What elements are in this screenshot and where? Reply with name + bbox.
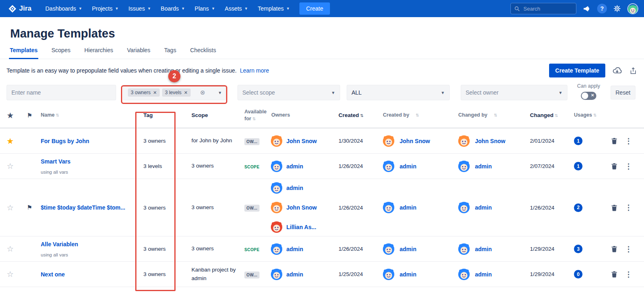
export-icon[interactable] bbox=[629, 66, 637, 75]
column-header-available-for[interactable]: Available for⇅ bbox=[242, 108, 269, 123]
clear-filter-icon[interactable]: ⊗ bbox=[200, 89, 205, 96]
column-header-created-by[interactable]: Created by⇅ bbox=[379, 112, 454, 119]
search-input[interactable] bbox=[523, 5, 571, 12]
status-filter-select[interactable]: ALL ▼ bbox=[347, 85, 450, 100]
more-actions-icon[interactable]: ⋮ bbox=[625, 245, 632, 253]
column-header-owners[interactable]: Owners bbox=[269, 112, 336, 119]
tab-hierarchies[interactable]: Hierarchies bbox=[84, 47, 114, 59]
star-outline-icon[interactable]: ☆ bbox=[0, 161, 20, 171]
learn-more-link[interactable]: Learn more bbox=[240, 67, 269, 74]
tab-tags[interactable]: Tags bbox=[163, 47, 177, 59]
global-search[interactable] bbox=[510, 3, 576, 14]
tag-filter-select[interactable]: 3 owners✕ 3 levels✕ ⊗ ▼ bbox=[123, 85, 226, 100]
changed-by-link[interactable]: John Snow bbox=[475, 138, 506, 144]
changed-date: 1/29/2024 bbox=[528, 246, 572, 252]
more-actions-icon[interactable]: ⋮ bbox=[625, 204, 632, 211]
owner-link[interactable]: John Snow bbox=[286, 138, 317, 144]
changed-by-link[interactable]: admin bbox=[475, 271, 492, 278]
create-button[interactable]: Create bbox=[299, 2, 330, 15]
avatar-icon bbox=[271, 161, 282, 172]
tab-templates[interactable]: Templates bbox=[9, 47, 38, 59]
more-actions-icon[interactable]: ⋮ bbox=[625, 163, 632, 170]
delete-icon[interactable] bbox=[611, 271, 618, 278]
scope-filter-select[interactable]: Select scope ▼ bbox=[237, 85, 340, 100]
trash-icon bbox=[611, 245, 618, 252]
star-outline-icon[interactable]: ☆ bbox=[0, 244, 20, 254]
jira-logo[interactable]: Jira bbox=[8, 4, 31, 13]
gear-icon[interactable] bbox=[613, 4, 621, 13]
changed-by-avatar bbox=[458, 135, 470, 147]
chevron-down-icon: ▼ bbox=[558, 91, 563, 95]
changed-by-cell: admin bbox=[454, 269, 528, 280]
created-by-link[interactable]: admin bbox=[400, 163, 416, 170]
delete-icon[interactable] bbox=[611, 245, 618, 252]
more-actions-icon[interactable]: ⋮ bbox=[625, 271, 632, 278]
nav-item-label: Issues bbox=[128, 5, 145, 12]
template-name-link[interactable]: Alle Variablen bbox=[41, 241, 136, 247]
column-header-changed[interactable]: Changed⇅ bbox=[528, 112, 572, 119]
owner-link[interactable]: John Snow bbox=[286, 204, 317, 211]
available-for-badge: SCOPE bbox=[244, 163, 262, 170]
nav-item-plans[interactable]: Plans▼ bbox=[190, 0, 220, 17]
user-avatar[interactable] bbox=[627, 3, 638, 14]
owner-link[interactable]: admin bbox=[286, 271, 303, 278]
nav-item-assets[interactable]: Assets▼ bbox=[220, 0, 253, 17]
column-header-tag[interactable]: Tag bbox=[136, 112, 187, 119]
owner-filter-select[interactable]: Select owner ▼ bbox=[461, 85, 567, 100]
created-by-link[interactable]: admin bbox=[400, 271, 416, 278]
tab-variables[interactable]: Variables bbox=[126, 47, 151, 59]
usages-badge: 2 bbox=[574, 203, 582, 212]
name-filter-input[interactable] bbox=[7, 85, 116, 100]
star-outline-icon[interactable]: ☆ bbox=[0, 269, 20, 279]
tab-scopes[interactable]: Scopes bbox=[51, 47, 71, 59]
created-by-link[interactable]: admin bbox=[400, 246, 416, 252]
delete-icon[interactable] bbox=[611, 137, 618, 144]
flag-filled-icon[interactable]: ⚑ bbox=[20, 204, 39, 211]
create-template-button[interactable]: Create Template bbox=[549, 64, 605, 77]
template-name-link[interactable]: Next one bbox=[41, 271, 136, 278]
remove-chip-icon[interactable]: ✕ bbox=[153, 90, 157, 95]
chevron-down-icon: ▼ bbox=[79, 7, 82, 11]
help-icon[interactable]: ? bbox=[597, 4, 607, 13]
star-column-header[interactable]: ★ bbox=[0, 111, 20, 120]
column-header-name[interactable]: Name⇅ bbox=[39, 112, 136, 119]
tag-chip[interactable]: 3 levels✕ bbox=[162, 88, 191, 97]
star-filled-icon[interactable]: ★ bbox=[0, 136, 20, 146]
flag-column-header[interactable]: ⚑ bbox=[20, 112, 39, 119]
nav-item-dashboards[interactable]: Dashboards▼ bbox=[40, 0, 87, 17]
nav-item-label: Templates bbox=[258, 5, 284, 12]
can-apply-toggle[interactable]: ✕ bbox=[581, 92, 596, 100]
changed-by-link[interactable]: admin bbox=[475, 163, 492, 170]
owner-link[interactable]: admin bbox=[286, 163, 303, 170]
created-by-link[interactable]: John Snow bbox=[400, 138, 430, 144]
announcement-icon[interactable] bbox=[582, 4, 591, 13]
column-header-created[interactable]: Created⇅ bbox=[336, 112, 379, 119]
import-cloud-icon[interactable] bbox=[612, 66, 622, 75]
tag-chip[interactable]: 3 owners✕ bbox=[128, 88, 160, 97]
changed-by-link[interactable]: admin bbox=[475, 246, 492, 252]
nav-item-templates[interactable]: Templates▼ bbox=[253, 0, 295, 17]
delete-icon[interactable] bbox=[611, 163, 618, 170]
owner-link[interactable]: admin bbox=[286, 185, 303, 191]
status-filter-value: ALL bbox=[352, 89, 362, 96]
star-outline-icon[interactable]: ☆ bbox=[0, 203, 20, 212]
delete-icon[interactable] bbox=[611, 204, 618, 211]
nav-item-issues[interactable]: Issues▼ bbox=[123, 0, 156, 17]
template-name-link[interactable]: Smart Vars bbox=[41, 158, 136, 165]
tab-checklists[interactable]: Checklists bbox=[189, 47, 217, 59]
column-header-usages[interactable]: Usages⇅ bbox=[572, 112, 607, 119]
remove-chip-icon[interactable]: ✕ bbox=[184, 90, 188, 95]
created-by-link[interactable]: admin bbox=[400, 204, 416, 211]
nav-item-boards[interactable]: Boards▼ bbox=[156, 0, 190, 17]
owner-link[interactable]: admin bbox=[286, 246, 303, 252]
template-name-link[interactable]: For Bugs by John bbox=[41, 138, 136, 144]
column-header-scope[interactable]: Scope bbox=[187, 112, 242, 119]
changed-by-link[interactable]: admin bbox=[475, 204, 492, 211]
owner-link[interactable]: Lillian As... bbox=[286, 224, 316, 230]
reset-button[interactable]: Reset bbox=[611, 86, 635, 99]
column-header-changed-by[interactable]: Changed by⇅ bbox=[454, 112, 528, 119]
nav-item-projects[interactable]: Projects▼ bbox=[87, 0, 124, 17]
template-name-link[interactable]: $time $today $dateTime $tom... bbox=[41, 204, 136, 211]
available-for-badge: SCOPE bbox=[244, 246, 262, 253]
more-actions-icon[interactable]: ⋮ bbox=[625, 137, 632, 145]
